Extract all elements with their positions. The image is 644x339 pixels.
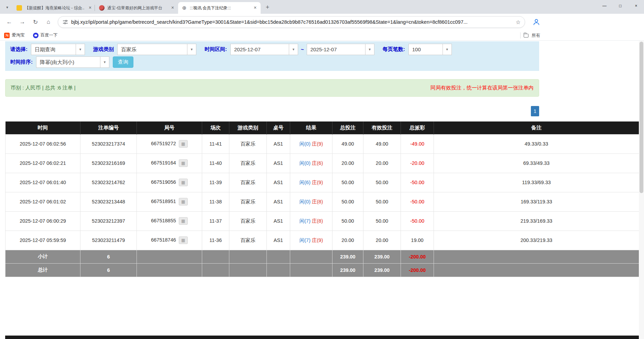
window-controls: — □ × bbox=[597, 0, 644, 12]
home-icon[interactable]: ⌂ bbox=[43, 16, 54, 28]
bookmark-aitaobao[interactable]: 淘 爱淘宝 bbox=[4, 32, 25, 38]
all-bookmarks-folder[interactable]: 所有 bbox=[520, 30, 540, 41]
sort-select[interactable]: 降幂(由大到小) ▾ bbox=[36, 56, 109, 68]
cell-valid-bet: 50.00 bbox=[363, 211, 401, 231]
page-1-button[interactable]: 1 bbox=[531, 106, 539, 116]
col-header-bet-id: 注单编号 bbox=[80, 121, 137, 134]
result-player: 闲(0) bbox=[299, 160, 310, 166]
chevron-down-icon[interactable]: ▾ bbox=[289, 44, 298, 55]
cell-bet-id: 523023213448 bbox=[80, 192, 137, 211]
query-type-value: 日期查询 bbox=[31, 44, 76, 55]
tab-title: :::视讯 会员下注纪录::: bbox=[190, 5, 250, 11]
round-detail-icon[interactable]: ▦ bbox=[179, 236, 188, 244]
total-payout: -200.00 bbox=[401, 263, 434, 277]
chevron-down-icon[interactable]: ▾ bbox=[443, 44, 451, 55]
cell-valid-bet: 20.00 bbox=[363, 231, 401, 250]
valid-bet-notice-text: 同局有效投注，统一计算在该局第一张注单内 bbox=[430, 85, 534, 91]
tab-close-icon[interactable]: × bbox=[87, 5, 93, 11]
filter-row-2: 时间排序: 降幂(由大到小) ▾ 查询 bbox=[5, 56, 539, 68]
chevron-down-icon[interactable]: ▾ bbox=[365, 44, 374, 55]
cell-total-bet[interactable]: 20.00 bbox=[332, 153, 363, 173]
round-id-text: 667518855 bbox=[151, 218, 176, 223]
chevron-down-icon[interactable]: ▾ bbox=[76, 44, 85, 55]
round-detail-icon[interactable]: ▦ bbox=[179, 140, 188, 148]
new-tab-button[interactable]: + bbox=[263, 2, 272, 12]
per-page-select[interactable]: 100 ▾ bbox=[408, 44, 452, 55]
minimize-button[interactable]: — bbox=[597, 0, 612, 12]
per-page-value: 100 bbox=[409, 44, 443, 55]
search-button[interactable]: 查询 bbox=[113, 56, 133, 68]
col-header-payout: 总派彩 bbox=[401, 121, 434, 134]
total-label: 总计 bbox=[6, 263, 80, 277]
cell-total-bet[interactable]: 50.00 bbox=[332, 211, 363, 231]
col-header-time: 时间 bbox=[6, 121, 80, 134]
cell-round-id: 667519164▦ bbox=[137, 153, 202, 173]
cell-payout: 19.00 bbox=[401, 231, 434, 250]
cell-bet-id: 523023211479 bbox=[80, 231, 137, 250]
cell-time: 2025-12-07 06:00:29 bbox=[6, 211, 80, 231]
next-section-header-partial bbox=[5, 336, 639, 339]
round-id-text: 667519164 bbox=[151, 160, 176, 166]
url-bar[interactable]: bjbj.xyz/ipl/portal.php/game/betrecord_s… bbox=[58, 16, 525, 28]
forward-icon[interactable]: → bbox=[17, 16, 28, 28]
date-to-input[interactable]: 2025-12-07 ▾ bbox=[307, 44, 374, 55]
cell-game-type: 百家乐 bbox=[229, 173, 267, 192]
tab-forum[interactable]: 【新提醒】海燕策略论坛 - 综合... × bbox=[13, 2, 96, 14]
bet-record-table: 时间 注单编号 局号 场次 游戏类别 桌号 结果 总投注 有效投注 总派彩 备注… bbox=[5, 121, 639, 277]
browser-toolbar: ← → ↻ ⌂ bjbj.xyz/ipl/portal.php/game/bet… bbox=[0, 14, 644, 30]
cell-result: 闲(7) 庄(9) bbox=[290, 231, 332, 250]
result-player: 闲(0) bbox=[299, 141, 310, 147]
round-detail-icon[interactable]: ▦ bbox=[179, 198, 188, 205]
tab-close-icon[interactable]: × bbox=[252, 5, 258, 11]
chevron-down-icon[interactable]: ▾ bbox=[100, 57, 109, 67]
tab-search-chevron-icon[interactable]: ▾ bbox=[3, 3, 12, 12]
col-header-result: 结果 bbox=[290, 121, 332, 134]
reload-icon[interactable]: ↻ bbox=[30, 16, 41, 28]
result-banker: 庄(8) bbox=[312, 218, 323, 224]
window-close-button[interactable]: × bbox=[628, 0, 644, 12]
chevron-down-icon[interactable]: ▾ bbox=[187, 44, 196, 55]
cell-table-no: AS1 bbox=[267, 211, 290, 231]
query-type-select[interactable]: 日期查询 ▾ bbox=[31, 44, 85, 55]
cell-session: 11-38 bbox=[202, 192, 229, 211]
cell-valid-bet: 49.00 bbox=[363, 134, 401, 153]
cell-total-bet[interactable]: 49.00 bbox=[332, 134, 363, 153]
cell-remark: 119.33/69.33 bbox=[434, 173, 639, 192]
site-info-icon[interactable] bbox=[62, 19, 68, 25]
page-content: 请选择: 日期查询 ▾ 游戏类别 百家乐 ▾ 时间区间: 2025-12-07 … bbox=[0, 41, 644, 339]
col-header-table-no: 桌号 bbox=[267, 121, 290, 134]
cell-total-bet[interactable]: 50.00 bbox=[332, 173, 363, 192]
scrollbar-thumb[interactable] bbox=[640, 42, 643, 193]
result-banker: 庄(9) bbox=[312, 180, 323, 185]
round-detail-icon[interactable]: ▦ bbox=[179, 217, 188, 225]
result-banker: 庄(6) bbox=[312, 160, 323, 166]
round-detail-icon[interactable]: ▦ bbox=[179, 159, 188, 167]
cell-result: 闲(0) 庄(6) bbox=[290, 153, 332, 173]
col-header-session: 场次 bbox=[202, 121, 229, 134]
round-detail-icon[interactable]: ▦ bbox=[179, 179, 188, 186]
maximize-button[interactable]: □ bbox=[612, 0, 628, 12]
tab-bet-record[interactable]: ⊕ :::视讯 会员下注纪录::: × bbox=[178, 2, 261, 14]
cell-remark: 200.33/219.33 bbox=[434, 231, 639, 250]
cell-payout: -50.00 bbox=[401, 173, 434, 192]
tab-close-icon[interactable]: × bbox=[170, 5, 175, 11]
col-header-round-id: 局号 bbox=[137, 121, 202, 134]
bookmarks-bar: 淘 爱淘宝 百度一下 所有 bbox=[0, 30, 644, 41]
date-from-input[interactable]: 2025-12-07 ▾ bbox=[230, 44, 298, 55]
cell-session: 11-40 bbox=[202, 153, 229, 173]
cell-total-bet[interactable]: 20.00 bbox=[332, 231, 363, 250]
round-id-text: 667519056 bbox=[151, 179, 176, 185]
cell-total-bet[interactable]: 50.00 bbox=[332, 192, 363, 211]
back-icon[interactable]: ← bbox=[3, 16, 15, 28]
profile-avatar-icon[interactable] bbox=[532, 18, 541, 27]
result-player: 闲(7) bbox=[299, 237, 310, 243]
summary-bar: 币别 : 人民币 | 总共 :6 注单 | 同局有效投注，统一计算在该局第一张注… bbox=[5, 79, 539, 97]
bookmark-star-icon[interactable]: ☆ bbox=[516, 19, 521, 25]
tab-tongbao[interactable]: 通宝-信誉最好的网上游戏平台 × bbox=[96, 2, 178, 14]
game-type-select[interactable]: 百家乐 ▾ bbox=[117, 44, 196, 55]
cell-session: 11-36 bbox=[202, 231, 229, 250]
subtotal-valid-bet: 239.00 bbox=[363, 250, 401, 263]
bookmark-baidu[interactable]: 百度一下 bbox=[33, 32, 58, 38]
page-scrollbar[interactable] bbox=[639, 41, 644, 339]
cell-round-id: 667518951▦ bbox=[137, 192, 202, 211]
